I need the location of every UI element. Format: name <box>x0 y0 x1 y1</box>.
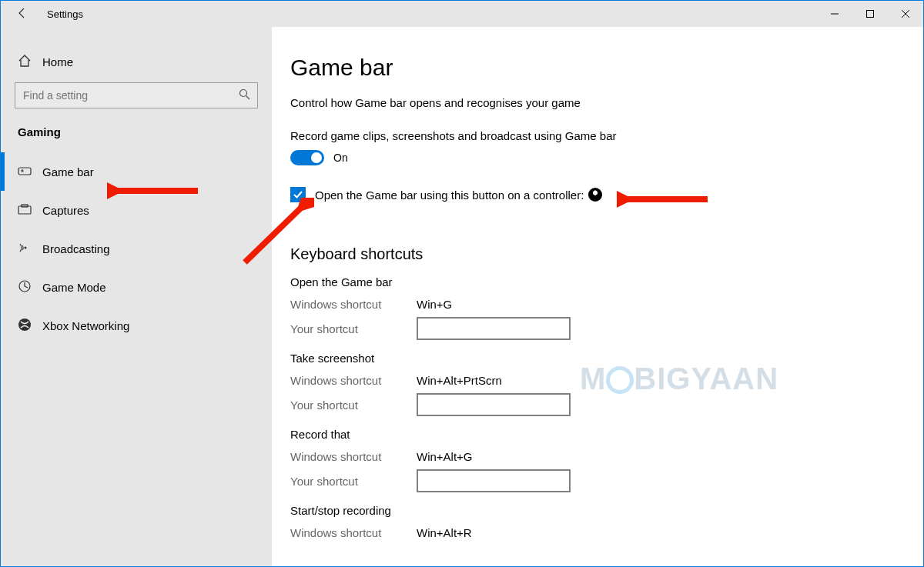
windows-shortcut-value: Win+G <box>417 298 452 311</box>
shortcut-name: Take screenshot <box>290 352 892 365</box>
shortcuts-header: Keyboard shortcuts <box>290 245 892 263</box>
close-button[interactable] <box>888 1 923 27</box>
your-shortcut-label: Your shortcut <box>290 399 417 412</box>
controller-checkbox-row: Open the Game bar using this button on a… <box>290 187 892 202</box>
search-box[interactable] <box>15 82 258 108</box>
sidebar-item-label: Xbox Networking <box>42 319 129 332</box>
captures-icon <box>18 204 42 217</box>
sidebar: Home Gaming Game bar Captures <box>1 27 272 566</box>
game-bar-icon <box>18 165 42 178</box>
sidebar-item-xbox-networking[interactable]: Xbox Networking <box>1 306 272 345</box>
windows-shortcut-value: Win+Alt+G <box>417 450 473 463</box>
page-subtitle: Control how Game bar opens and recognise… <box>290 96 892 109</box>
xbox-icon <box>18 318 42 334</box>
your-shortcut-input[interactable] <box>417 469 571 492</box>
annotation-arrow <box>107 182 199 200</box>
windows-shortcut-label: Windows shortcut <box>290 374 417 387</box>
svg-line-5 <box>246 96 250 100</box>
record-toggle[interactable] <box>290 150 324 165</box>
shortcut-name: Open the Game bar <box>290 275 892 289</box>
minimize-button[interactable] <box>817 1 852 27</box>
sidebar-home-label: Home <box>42 55 73 68</box>
toggle-state: On <box>333 152 348 164</box>
sidebar-item-label: Game bar <box>42 165 94 178</box>
titlebar: Settings <box>1 1 923 27</box>
content: Game bar Control how Game bar opens and … <box>272 27 923 566</box>
your-shortcut-label: Your shortcut <box>290 322 417 335</box>
sidebar-item-game-mode[interactable]: Game Mode <box>1 268 272 306</box>
windows-shortcut-value: Win+Alt+R <box>417 526 472 539</box>
your-shortcut-label: Your shortcut <box>290 475 417 488</box>
windows-shortcut-label: Windows shortcut <box>290 526 417 539</box>
annotation-arrow <box>617 190 709 208</box>
shortcut-name: Start/stop recording <box>290 504 892 517</box>
search-input[interactable] <box>15 82 258 108</box>
shortcut-name: Record that <box>290 428 892 441</box>
record-setting-label: Record game clips, screenshots and broad… <box>290 129 892 142</box>
svg-rect-6 <box>18 168 31 175</box>
toggle-row: On <box>290 150 892 165</box>
shortcut-group: Record thatWindows shortcutWin+Alt+GYour… <box>290 428 892 493</box>
svg-point-13 <box>18 319 31 331</box>
sidebar-category: Gaming <box>1 122 272 152</box>
page-title: Game bar <box>290 55 892 81</box>
window-controls <box>817 1 923 27</box>
shortcut-group: Start/stop recordingWindows shortcutWin+… <box>290 504 892 545</box>
back-button[interactable] <box>7 7 38 22</box>
sidebar-item-label: Captures <box>42 204 89 217</box>
shortcut-group: Take screenshotWindows shortcutWin+Alt+P… <box>290 352 892 417</box>
windows-shortcut-label: Windows shortcut <box>290 450 417 463</box>
sidebar-item-label: Game Mode <box>42 281 106 294</box>
window-title: Settings <box>38 8 83 20</box>
sidebar-home[interactable]: Home <box>1 44 272 79</box>
maximize-button[interactable] <box>852 1 888 27</box>
controller-checkbox-label: Open the Game bar using this button on a… <box>315 188 584 202</box>
svg-point-11 <box>25 246 27 248</box>
home-icon <box>18 54 42 70</box>
windows-shortcut-value: Win+Alt+PrtScrn <box>417 374 502 387</box>
shortcuts-list: Open the Game barWindows shortcutWin+GYo… <box>290 275 892 545</box>
windows-shortcut-label: Windows shortcut <box>290 298 417 311</box>
xbox-guide-icon <box>588 188 602 202</box>
broadcasting-icon <box>18 242 42 256</box>
sidebar-item-label: Broadcasting <box>42 242 110 255</box>
shortcut-group: Open the Game barWindows shortcutWin+GYo… <box>290 275 892 341</box>
annotation-arrow <box>229 198 314 267</box>
game-mode-icon <box>18 279 42 295</box>
search-icon <box>239 88 250 102</box>
svg-rect-1 <box>867 11 874 18</box>
svg-line-15 <box>245 208 300 262</box>
your-shortcut-input[interactable] <box>417 317 571 340</box>
svg-point-4 <box>240 90 247 97</box>
your-shortcut-input[interactable] <box>417 393 571 416</box>
